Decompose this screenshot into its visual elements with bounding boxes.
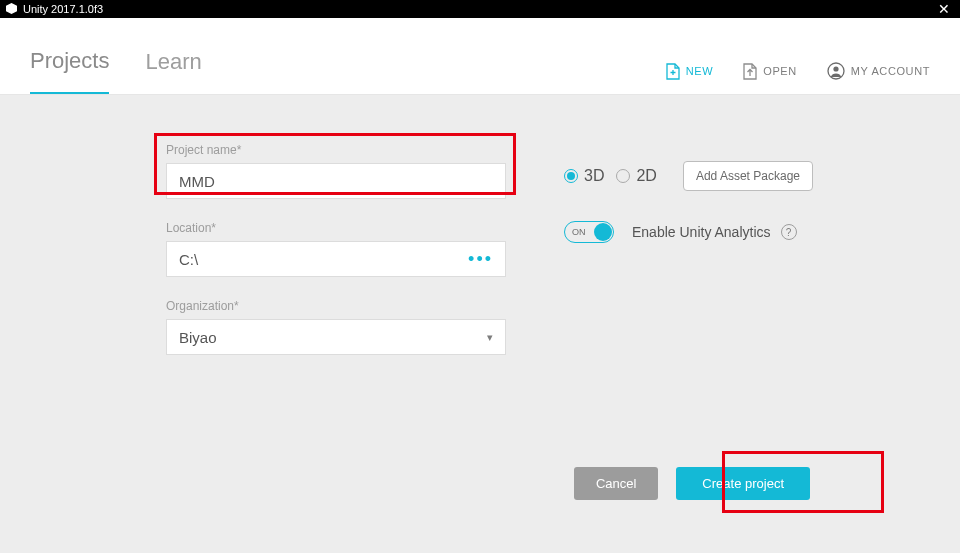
close-icon[interactable]: ✕ [934,2,954,16]
create-project-button[interactable]: Create project [676,467,810,500]
location-field: Location* ••• [166,221,536,277]
organization-select[interactable]: Biyao ▾ [166,319,506,355]
open-button[interactable]: OPEN [743,63,797,80]
location-input[interactable] [179,251,468,268]
label-2d: 2D [636,167,656,185]
help-icon[interactable]: ? [781,224,797,240]
add-asset-package-button[interactable]: Add Asset Package [683,161,813,191]
account-label: MY ACCOUNT [851,65,930,77]
account-avatar-icon [827,62,845,80]
label-3d: 3D [584,167,604,185]
unity-logo-icon [6,3,17,16]
location-label: Location* [166,221,536,235]
tab-learn[interactable]: Learn [145,49,201,93]
project-name-label: Project name* [166,143,536,157]
new-file-icon [666,63,680,80]
analytics-label: Enable Unity Analytics [632,224,771,240]
open-label: OPEN [763,65,797,77]
organization-value: Biyao [179,329,217,346]
svg-point-2 [833,66,838,71]
analytics-row: ON Enable Unity Analytics ? [564,221,813,243]
toggle-knob [594,223,612,241]
chevron-down-icon: ▾ [487,331,493,344]
svg-marker-0 [6,3,17,14]
open-file-icon [743,63,757,80]
project-name-input[interactable] [179,173,493,190]
radio-2d[interactable] [616,169,630,183]
project-name-field: Project name* [166,143,536,199]
new-label: NEW [686,65,713,77]
toggle-on-text: ON [572,227,586,237]
cancel-button[interactable]: Cancel [574,467,658,500]
top-nav: Projects Learn NEW OPEN [30,48,930,94]
window-titlebar: Unity 2017.1.0f3 ✕ [0,0,960,18]
new-project-panel: Project name* Location* ••• Organization… [0,95,960,553]
organization-label: Organization* [166,299,536,313]
browse-location-icon[interactable]: ••• [468,249,493,270]
new-button[interactable]: NEW [666,63,713,80]
footer-buttons: Cancel Create project [30,467,930,500]
account-button[interactable]: MY ACCOUNT [827,62,930,80]
window-title: Unity 2017.1.0f3 [23,3,103,15]
radio-3d[interactable] [564,169,578,183]
tab-projects[interactable]: Projects [30,48,109,94]
organization-field: Organization* Biyao ▾ [166,299,536,355]
analytics-toggle[interactable]: ON [564,221,614,243]
dimension-row: 3D 2D Add Asset Package [564,161,813,191]
